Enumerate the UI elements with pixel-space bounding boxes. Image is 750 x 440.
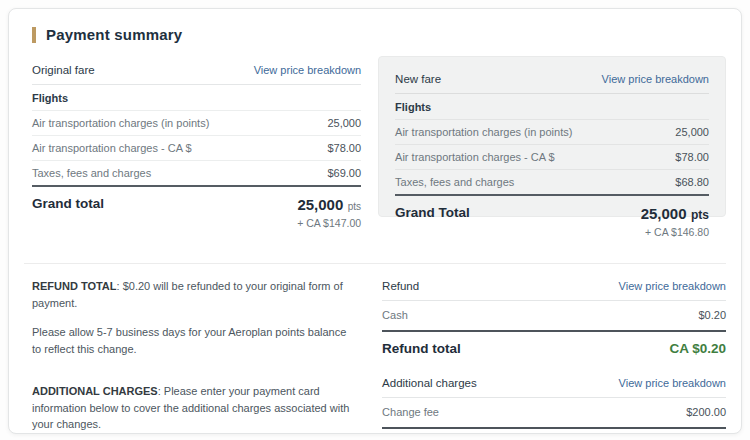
row-label: Change fee [382,406,439,418]
table-row: Air transportation charges (in points) 2… [395,120,709,145]
grand-total-label: Grand Total [395,205,470,238]
additional-charges-header: Additional charges View price breakdown [382,375,726,398]
new-fare-flights-label: Flights [395,94,709,120]
additional-charges-title: Additional charges [382,377,477,389]
page-header: Payment summary [32,26,726,43]
notes-section: REFUND TOTAL: $0.20 will be refunded to … [24,278,365,434]
refund-note-title: REFUND TOTAL [32,280,117,292]
payment-summary-card: Payment summary Original fare View price… [8,8,742,434]
table-row: Change fee $200.00 [382,398,726,429]
grand-total-cash: + CA $146.80 [641,226,709,238]
new-fare-title: New fare [395,73,441,85]
page-title: Payment summary [46,26,182,43]
refund-header: Refund View price breakdown [382,278,726,301]
row-label: Air transportation charges - CA $ [32,142,192,154]
grand-total-values: 25,000 pts + CA $147.00 [297,196,361,229]
row-value: 25,000 [327,117,361,129]
new-fare-grand-total: Grand Total 25,000 pts + CA $146.80 [395,196,709,238]
row-label: Air transportation charges (in points) [32,117,209,129]
new-fare-breakdown-link[interactable]: View price breakdown [602,73,709,85]
refund-group: Refund View price breakdown Cash $0.20 R… [382,278,726,356]
row-label: Cash [382,309,408,321]
original-fare-section: Original fare View price breakdown Fligh… [24,56,365,229]
grand-total-points-unit: pts [691,208,709,222]
row-value: $78.00 [675,151,709,163]
grand-total-points: 25,000 [641,205,687,222]
table-row: Taxes, fees and charges $68.80 [395,170,709,196]
new-fare-section: New fare View price breakdown Flights Ai… [378,56,726,217]
breakdown-section: Refund View price breakdown Cash $0.20 R… [378,278,726,434]
fare-comparison: Original fare View price breakdown Fligh… [24,56,726,229]
row-value: $0.20 [698,309,726,321]
table-row: Air transportation charges - CA $ $78.00 [32,136,361,161]
grand-total-values: 25,000 pts + CA $146.80 [641,205,709,238]
accent-bar-icon [32,27,36,43]
row-value: $69.00 [327,167,361,179]
row-label: Air transportation charges - CA $ [395,151,555,163]
additional-charges-note-title: ADDITIONAL CHARGES [32,385,158,397]
row-value: $200.00 [686,406,726,418]
row-value: $68.80 [675,176,709,188]
refund-total-value: CA $0.20 [669,341,726,356]
grand-total-points: 25,000 [297,196,343,213]
table-row: Taxes, fees and charges $69.00 [32,161,361,187]
table-row: Air transportation charges (in points) 2… [32,111,361,136]
row-label: Taxes, fees and charges [395,176,514,188]
row-label: Taxes, fees and charges [32,167,151,179]
refund-note-line: REFUND TOTAL: $0.20 will be refunded to … [32,278,355,311]
refund-title: Refund [382,280,419,292]
additional-charges-breakdown-link[interactable]: View price breakdown [619,377,726,389]
additional-charges-note-line: ADDITIONAL CHARGES: Please enter your pa… [32,383,355,433]
refund-total-row: Refund total CA $0.20 [382,332,726,356]
additional-charges-total-row: Additional charges - total CA $200.00 [382,429,726,434]
refund-and-charges: REFUND TOTAL: $0.20 will be refunded to … [24,278,726,434]
table-row: Cash $0.20 [382,301,726,332]
additional-charges-group: Additional charges View price breakdown … [382,375,726,434]
refund-total-label: Refund total [382,341,461,356]
original-fare-breakdown-link[interactable]: View price breakdown [254,64,361,76]
grand-total-cash: + CA $147.00 [297,217,361,229]
table-row: Air transportation charges - CA $ $78.00 [395,145,709,170]
original-fare-title: Original fare [32,64,95,76]
section-divider [24,263,726,264]
row-value: $78.00 [327,142,361,154]
row-label: Air transportation charges (in points) [395,126,572,138]
new-fare-header: New fare View price breakdown [395,69,709,94]
original-fare-flights-label: Flights [32,85,361,111]
refund-breakdown-link[interactable]: View price breakdown [619,280,726,292]
aeroplan-note: Please allow 5-7 business days for your … [32,324,355,357]
original-fare-header: Original fare View price breakdown [32,56,361,85]
original-fare-grand-total: Grand total 25,000 pts + CA $147.00 [32,187,361,229]
grand-total-points-unit: pts [348,201,361,212]
row-value: 25,000 [675,126,709,138]
grand-total-label: Grand total [32,196,104,229]
